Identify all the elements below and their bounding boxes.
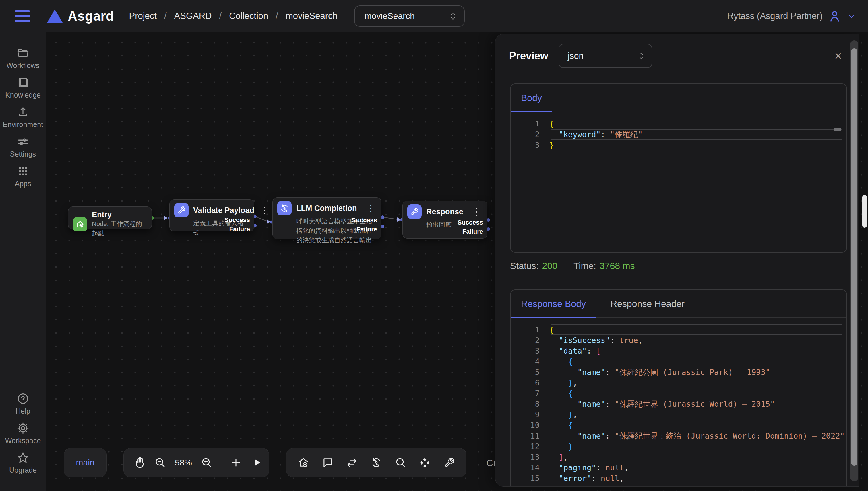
response-card: Response Body Response Header 1{2 "isSuc… (510, 289, 847, 487)
line-number: 2 (511, 129, 549, 140)
close-icon[interactable]: × (834, 50, 842, 62)
body-tabs: Body (511, 84, 846, 112)
status-label: Status: (510, 261, 539, 271)
sidebar-item-workflows[interactable]: Workflows (7, 47, 39, 70)
node-entry[interactable]: Entry Node: 工作流程的起點 (68, 206, 152, 229)
sidebar-item-label: Environment (3, 120, 43, 129)
sidebar-item-knowledge[interactable]: Knowledge (5, 76, 41, 99)
port-success-label[interactable]: Success (352, 216, 377, 224)
node-toolbar (286, 448, 466, 477)
select-updown-icon (638, 51, 645, 60)
line-number: 11 (511, 431, 549, 441)
zoom-out-icon[interactable] (154, 457, 166, 469)
run-play-icon[interactable] (251, 457, 263, 469)
port-failure-label[interactable]: Failure (356, 226, 377, 233)
line-number: 10 (511, 420, 549, 431)
code-line: 2 "isSuccess": true, (511, 335, 846, 346)
format-select[interactable]: json (559, 44, 652, 68)
tab-response-header[interactable]: Response Header (600, 290, 695, 317)
sidebar-item-workspace[interactable]: Workspace (5, 422, 41, 445)
node-llm-completion[interactable]: LLM Completion ⋮ 呼叫大型語言模型並產生結構化的資料輸出以輔助流… (272, 197, 381, 239)
panel-scrollbar (850, 40, 858, 481)
line-number: 3 (511, 346, 549, 356)
breadcrumb-asgard[interactable]: ASGARD (174, 11, 212, 21)
request-body-card: Body 1{2 "keyword": "侏羅紀"3} (510, 83, 847, 253)
code-line: 3} (511, 140, 846, 150)
port-failure-label[interactable]: Failure (229, 225, 250, 233)
line-number: 9 (511, 409, 549, 420)
panel-scrollbar-thumb[interactable] (851, 49, 858, 466)
sidebar-item-label: Upgrade (9, 466, 37, 474)
port-success-label[interactable]: Success (224, 216, 250, 224)
editor-scroll-decoration (834, 128, 841, 132)
sidebar-item-label: Workflows (7, 61, 39, 70)
add-icon[interactable] (230, 457, 242, 469)
node-menu-icon[interactable]: ⋮ (471, 207, 483, 216)
sidebar-item-label: Apps (15, 179, 31, 188)
apps-grid-icon (16, 165, 30, 178)
sidebar-item-upgrade[interactable]: Upgrade (9, 451, 37, 474)
node-response[interactable]: Response ⋮ 輸出回應 Success Failure (402, 201, 487, 239)
response-tabs: Response Body Response Header (511, 290, 846, 318)
status-value: 200 (542, 261, 558, 271)
star-icon (16, 451, 30, 464)
diamond-grid-icon[interactable] (419, 457, 431, 469)
sidebar-item-help[interactable]: Help (16, 392, 30, 415)
code-line: 3 "data": [ (511, 346, 846, 356)
pan-hand-icon[interactable] (133, 457, 145, 469)
window-scrollbar-thumb[interactable] (862, 195, 867, 228)
line-number: 1 (511, 324, 549, 335)
folder-icon (16, 47, 30, 60)
navbar-right: Rytass (Asgard Partner) (727, 9, 857, 23)
breadcrumb-moviesearch[interactable]: movieSearch (286, 11, 337, 21)
line-number: 4 (511, 356, 549, 367)
line-number: 12 (511, 441, 549, 452)
request-body-editor[interactable]: 1{2 "keyword": "侏羅紀"3} (511, 112, 846, 150)
sidebar-item-environment[interactable]: Environment (3, 106, 43, 129)
help-icon (16, 392, 30, 405)
code-line: 10 { (511, 420, 846, 431)
zoom-in-icon[interactable] (201, 457, 213, 469)
node-validate-payload[interactable]: Validate Payload ⋮ 定義工具的輸入格式 Success Fai… (169, 199, 254, 231)
code-line: 2 "keyword": "侏羅紀" (511, 129, 846, 140)
llm-cycle-icon (277, 201, 292, 215)
sidebar-item-settings[interactable]: Settings (10, 135, 36, 158)
node-title: Response (426, 207, 463, 216)
wrench-tool-icon[interactable] (443, 457, 455, 469)
swap-arrows-icon[interactable] (346, 457, 358, 469)
response-body-editor[interactable]: 1{2 "isSuccess": true,3 "data": [4 {5 "n… (511, 318, 846, 487)
line-number: 16 (511, 484, 549, 487)
preview-title: Preview (509, 50, 548, 62)
node-title: Validate Payload (193, 206, 254, 215)
node-menu-icon[interactable]: ⋮ (259, 206, 270, 215)
workflow-select[interactable]: movieSearch (354, 5, 465, 27)
chevron-down-icon[interactable] (847, 11, 857, 21)
preview-panel: Preview json × Body 1{2 "keyword": "侏羅紀"… (495, 34, 859, 487)
search-icon[interactable] (395, 457, 407, 469)
code-line: 6 }, (511, 377, 846, 388)
line-number: 1 (511, 118, 549, 129)
tab-response-body[interactable]: Response Body (511, 290, 596, 317)
breadcrumb-project[interactable]: Project (129, 11, 157, 21)
line-number: 15 (511, 473, 549, 484)
sidebar-item-label: Settings (10, 150, 36, 158)
status-row: Status: 200 Time: 3768 ms (510, 261, 635, 271)
llm-node-icon[interactable] (370, 457, 382, 469)
node-menu-icon[interactable]: ⋮ (365, 204, 377, 213)
app-window: Asgard Project / ASGARD / Collection / m… (0, 0, 868, 491)
branch-button[interactable]: main (64, 448, 107, 477)
user-avatar-icon[interactable] (828, 9, 842, 23)
add-entry-node-icon[interactable] (297, 457, 309, 469)
breadcrumb-collection[interactable]: Collection (229, 11, 268, 21)
hamburger-menu-icon[interactable] (15, 10, 30, 22)
code-line: 16 "errorCode": null (511, 484, 846, 487)
port-failure-label[interactable]: Failure (462, 228, 483, 235)
sidebar-item-apps[interactable]: Apps (15, 165, 31, 188)
code-line: 13 ], (511, 452, 846, 462)
port-success-label[interactable]: Success (458, 219, 483, 226)
comment-icon[interactable] (322, 457, 334, 469)
code-line: 5 "name": "侏羅紀公園 (Jurassic Park) – 1993" (511, 367, 846, 377)
tab-body[interactable]: Body (511, 84, 552, 112)
asgard-logo-icon (47, 9, 62, 23)
sidebar: Workflows Knowledge Environment Settings… (0, 32, 47, 491)
